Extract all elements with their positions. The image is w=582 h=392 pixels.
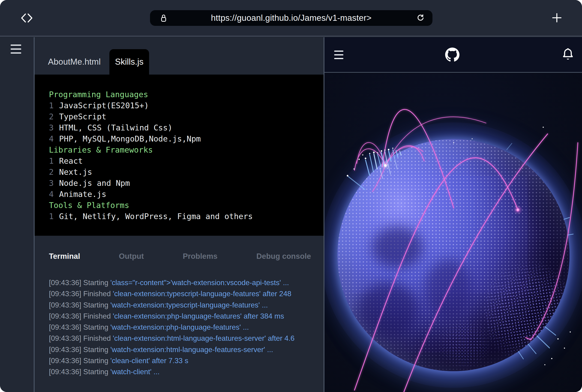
code-section-header: Libraries & Frameworks — [49, 144, 324, 155]
editor-tab-skills-js[interactable]: Skills.js — [109, 49, 149, 74]
terminal-log-line: [09:43:36] Finished 'clean-extension:typ… — [49, 288, 324, 299]
code-line: 4Animate.js — [49, 188, 324, 200]
left-sidebar — [0, 37, 34, 392]
code-line: 1React — [49, 155, 324, 166]
site-menu-icon[interactable] — [334, 50, 343, 62]
terminal-tab-terminal[interactable]: Terminal — [49, 252, 80, 261]
terminal-log-line: [09:43:36] Starting 'watch-extension:htm… — [49, 344, 324, 355]
code-editor[interactable]: Programming Languages1JavaScript(ES2015+… — [35, 74, 324, 236]
forward-icon[interactable] — [28, 14, 32, 22]
terminal-tab-output[interactable]: Output — [119, 252, 144, 261]
terminal-tab-bar: TerminalOutputProblemsDebug console — [35, 252, 324, 264]
reload-icon[interactable] — [416, 14, 425, 22]
nav-arrows — [20, 13, 34, 23]
terminal-log-line: [09:43:36] Starting 'watch-extension:typ… — [49, 300, 324, 310]
url-text[interactable]: https://guoanl.github.io/James/v1-master… — [150, 13, 433, 23]
code-line: 2Next.js — [49, 166, 324, 178]
code-line: 1Git, Netlify, WordPress, Figma and othe… — [49, 211, 324, 222]
code-line: 3Node.js and Npm — [49, 178, 324, 188]
terminal-tab-problems[interactable]: Problems — [183, 252, 217, 261]
lock-icon — [160, 14, 167, 22]
terminal-log-line: [09:43:36] Starting 'watch-client' ... — [49, 366, 324, 377]
bell-icon[interactable] — [560, 47, 576, 62]
site-header — [324, 37, 582, 73]
terminal-log-line: [09:43:36] Starting 'watch-extension:php… — [49, 322, 324, 333]
browser-window: https://guoanl.github.io/James/v1-master… — [0, 0, 582, 392]
code-section-header: Programming Languages — [49, 89, 324, 100]
terminal-log-line: [09:43:36] Finished 'clean-extension:htm… — [49, 333, 324, 344]
main-content: AboutMe.htmlSkills.js Programming Langua… — [0, 37, 582, 392]
code-line: 1JavaScript(ES2015+) — [49, 100, 324, 111]
editor-tab-bar: AboutMe.htmlSkills.js — [35, 37, 324, 74]
terminal-log-line: [09:43:36] Finished 'clean-extension:php… — [49, 310, 324, 322]
code-line: 4PHP, MySQL,MongoDB,Node.js,Npm — [49, 133, 324, 144]
globe-arcs — [324, 74, 582, 392]
preview-panel — [324, 37, 582, 392]
menu-icon[interactable] — [10, 44, 21, 56]
address-bar[interactable]: https://guoanl.github.io/James/v1-master… — [150, 10, 433, 26]
terminal-tab-debug-console[interactable]: Debug console — [256, 252, 311, 261]
terminal-log-line: [09:43:36] Starting 'class="r-content">'… — [49, 277, 324, 288]
globe-visualization — [324, 74, 582, 392]
terminal-output: [09:43:36] Starting 'class="r-content">'… — [49, 277, 324, 378]
browser-chrome: https://guoanl.github.io/James/v1-master… — [0, 0, 582, 36]
back-icon[interactable] — [22, 14, 25, 22]
github-icon[interactable] — [445, 48, 460, 62]
editor-panel: AboutMe.htmlSkills.js Programming Langua… — [35, 37, 324, 392]
code-line: 3HTML, CSS (Tailwind Css) — [49, 122, 324, 133]
new-tab-icon[interactable] — [552, 13, 562, 22]
code-line: 2TypeScript — [49, 111, 324, 122]
code-section-header: Tools & Platforms — [49, 200, 324, 211]
editor-tab-aboutme-html[interactable]: AboutMe.html — [44, 49, 105, 74]
terminal-log-line: [09:43:36] Starting 'clean-client' after… — [49, 355, 324, 366]
